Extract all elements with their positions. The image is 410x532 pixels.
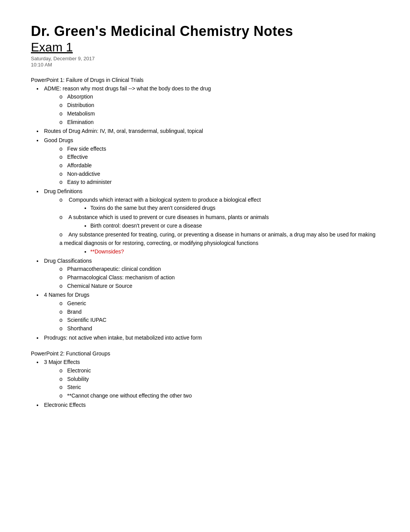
list-item: Generic [59, 299, 379, 308]
item-text: Any substance presented for treating, cu… [59, 231, 375, 246]
item-text: Birth control: doesn't prevent or cure a… [90, 223, 202, 229]
item-text: Electronic Effects [44, 402, 86, 408]
powerpoint2-list: 3 Major Effects Electronic Solubility St… [42, 358, 379, 409]
list-item: Compounds which interact with a biologic… [59, 196, 379, 212]
item-text: Drug Definitions [44, 188, 83, 194]
item-text: Few side effects [67, 146, 106, 152]
list-item: Metabolism [59, 110, 379, 118]
list-item: Brand [59, 308, 379, 316]
list-item: 4 Names for Drugs Generic Brand Scientif… [42, 291, 379, 333]
list-item: **Cannot change one without effecting th… [59, 392, 379, 400]
item-text: Pharmacological Class: mechanism of acti… [67, 274, 175, 280]
item-text-red: **Downsides? [90, 248, 124, 255]
list-item: Drug Definitions Compounds which interac… [42, 187, 379, 256]
item-text: Compounds which interact with a biologic… [69, 197, 261, 203]
item-text: Metabolism [67, 110, 95, 117]
list-item: Any substance presented for treating, cu… [59, 231, 379, 256]
item-text: Shorthand [67, 325, 92, 331]
list-item: Pharmacological Class: mechanism of acti… [59, 274, 379, 282]
list-item: 3 Major Effects Electronic Solubility St… [42, 358, 379, 400]
item-text: Prodrugs: not active when intake, but me… [44, 335, 202, 341]
list-item: Easy to administer [59, 178, 379, 187]
list-item: Affordable [59, 161, 379, 170]
list-item: Toxins do the same but they aren't consi… [90, 204, 379, 212]
list-item: Prodrugs: not active when intake, but me… [42, 334, 379, 342]
list-item: ADME: reason why most drugs fail --> wha… [42, 85, 379, 126]
sub-list: Pharmacotherapeutic: clinical condition … [59, 265, 379, 290]
list-item: Routes of Drug Admin: IV, IM, oral, tran… [42, 127, 379, 136]
date-line: Saturday, December 9, 2017 [31, 56, 379, 61]
item-text: Solubility [67, 376, 89, 382]
page-title: Dr. Green's Medicinal Chemistry Notes [31, 23, 379, 39]
item-text: Toxins do the same but they aren't consi… [90, 205, 215, 211]
list-item: Solubility [59, 375, 379, 384]
sub-list: Electronic Solubility Steric **Cannot ch… [59, 367, 379, 400]
list-item: Effective [59, 153, 379, 161]
list-item: Shorthand [59, 325, 379, 333]
list-item: Elimination [59, 118, 379, 127]
list-item: Good Drugs Few side effects Effective Af… [42, 136, 379, 187]
list-item: Chemical Nature or Source [59, 282, 379, 291]
item-text: Brand [67, 309, 81, 315]
item-text: Easy to administer [67, 179, 112, 185]
item-text: Effective [67, 154, 88, 160]
item-text: Drug Classifications [44, 258, 92, 264]
item-text: Generic [67, 300, 86, 306]
exam-subtitle: Exam 1 [31, 40, 379, 54]
time-line: 10:10 AM [31, 62, 379, 68]
item-text: Scientific IUPAC [67, 317, 107, 323]
sub-list: Compounds which interact with a biologic… [59, 196, 379, 256]
item-text: **Cannot change one without effecting th… [67, 393, 192, 399]
sub-list: Few side effects Effective Affordable No… [59, 145, 379, 187]
list-item: Steric [59, 383, 379, 392]
list-item: Birth control: doesn't prevent or cure a… [90, 222, 379, 230]
sub-sub-list: Birth control: doesn't prevent or cure a… [90, 222, 379, 230]
powerpoint1-list: ADME: reason why most drugs fail --> wha… [42, 85, 379, 342]
item-text: Chemical Nature or Source [67, 283, 132, 289]
list-item: Electronic Effects [42, 401, 379, 410]
item-text: Elimination [67, 119, 93, 125]
list-item: Scientific IUPAC [59, 316, 379, 325]
item-text: ADME: reason why most drugs fail --> wha… [44, 85, 211, 92]
list-item: Few side effects [59, 145, 379, 153]
item-text: Routes of Drug Admin: IV, IM, oral, tran… [44, 128, 203, 134]
sub-list: Generic Brand Scientific IUPAC Shorthand [59, 299, 379, 333]
item-text: Steric [67, 384, 81, 390]
item-text: Non-addictive [67, 171, 100, 177]
item-text: 3 Major Effects [44, 359, 80, 365]
item-text: Electronic [67, 367, 91, 374]
item-text: Pharmacotherapeutic: clinical condition [67, 266, 161, 272]
item-text: Distribution [67, 102, 94, 108]
list-item: Non-addictive [59, 170, 379, 178]
item-text: Affordable [67, 162, 92, 168]
list-item: Absorption [59, 93, 379, 101]
list-item: **Downsides? [90, 248, 379, 256]
list-item: Distribution [59, 101, 379, 110]
sub-list: Absorption Distribution Metabolism Elimi… [59, 93, 379, 126]
powerpoint2-heading: PowerPoint 2: Functional Groups [31, 350, 379, 357]
powerpoint1-heading: PowerPoint 1: Failure of Drugs in Clinic… [31, 77, 379, 83]
sub-sub-list: **Downsides? [90, 248, 379, 256]
sub-sub-list: Toxins do the same but they aren't consi… [90, 204, 379, 212]
list-item: Pharmacotherapeutic: clinical condition [59, 265, 379, 274]
item-text: Good Drugs [44, 137, 73, 143]
item-text: 4 Names for Drugs [44, 292, 89, 298]
item-text: A substance which is used to prevent or … [68, 214, 269, 220]
list-item: A substance which is used to prevent or … [59, 213, 379, 230]
item-text: Absorption [67, 93, 93, 100]
list-item: Drug Classifications Pharmacotherapeutic… [42, 257, 379, 291]
list-item: Electronic [59, 367, 379, 375]
